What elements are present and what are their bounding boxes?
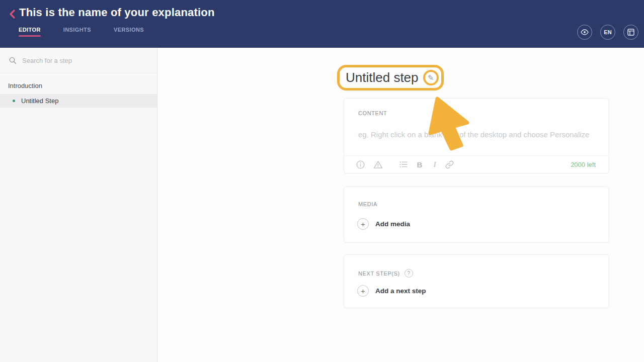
- plus-icon: +: [357, 285, 369, 297]
- header-actions: EN: [577, 25, 638, 40]
- next-steps-card: NEXT STEP(S) ? + Add a next step: [344, 254, 609, 308]
- edit-title-button[interactable]: ✎: [423, 70, 439, 85]
- add-media-button[interactable]: + Add media: [357, 218, 410, 230]
- add-media-label: Add media: [375, 220, 410, 228]
- step-title-highlight: Untitled step ✎: [337, 65, 444, 90]
- tab-versions[interactable]: VERSIONS: [114, 27, 144, 37]
- page-title: This is the name of your explanation: [19, 6, 215, 19]
- sidebar-step-item[interactable]: Untitled Step: [0, 94, 157, 108]
- tab-editor[interactable]: EDITOR: [19, 27, 41, 37]
- link-icon[interactable]: [445, 160, 454, 169]
- next-steps-label-row: NEXT STEP(S) ?: [358, 269, 413, 278]
- app-header: This is the name of your explanation EDI…: [0, 0, 644, 48]
- step-item-label: Untitled Step: [21, 97, 58, 105]
- media-card-label: MEDIA: [358, 201, 377, 207]
- tab-insights[interactable]: INSIGHTS: [63, 27, 91, 37]
- add-next-step-label: Add a next step: [375, 287, 426, 295]
- step-title[interactable]: Untitled step: [346, 70, 419, 85]
- step-status-dot: [13, 100, 15, 102]
- layout-button[interactable]: [623, 25, 638, 40]
- language-button[interactable]: EN: [600, 25, 615, 40]
- layout-window-icon: [627, 29, 634, 36]
- italic-button[interactable]: I: [431, 160, 439, 169]
- preview-button[interactable]: [577, 25, 592, 40]
- header-tabs: EDITOR INSIGHTS VERSIONS: [19, 27, 144, 37]
- content-toolbar: B I 2000 left: [344, 155, 609, 173]
- step-search-input[interactable]: Search for a step: [0, 48, 157, 73]
- warning-icon[interactable]: [373, 160, 383, 169]
- help-icon[interactable]: ?: [405, 269, 413, 278]
- eye-icon: [581, 29, 589, 35]
- info-icon[interactable]: [356, 160, 365, 169]
- media-card: MEDIA + Add media: [344, 187, 609, 243]
- steps-sidebar: Search for a step Introduction Untitled …: [0, 48, 157, 362]
- characters-left-counter: 2000 left: [571, 161, 596, 168]
- next-steps-card-label: NEXT STEP(S): [358, 270, 400, 277]
- chapter-label: Introduction: [8, 82, 157, 89]
- plus-icon: +: [357, 218, 369, 230]
- pencil-icon: ✎: [428, 74, 434, 81]
- content-card: CONTENT eg. Right click on a blank part …: [344, 98, 609, 173]
- chevron-left-icon: [9, 9, 16, 19]
- content-card-label: CONTENT: [358, 110, 387, 116]
- bullet-list-icon[interactable]: [399, 161, 408, 168]
- add-next-step-button[interactable]: + Add a next step: [357, 285, 426, 297]
- back-button[interactable]: [6, 8, 19, 21]
- search-icon: [9, 57, 17, 64]
- bold-button[interactable]: B: [415, 160, 424, 169]
- content-textarea[interactable]: eg. Right click on a blank part of the d…: [358, 130, 595, 139]
- search-placeholder: Search for a step: [22, 57, 72, 64]
